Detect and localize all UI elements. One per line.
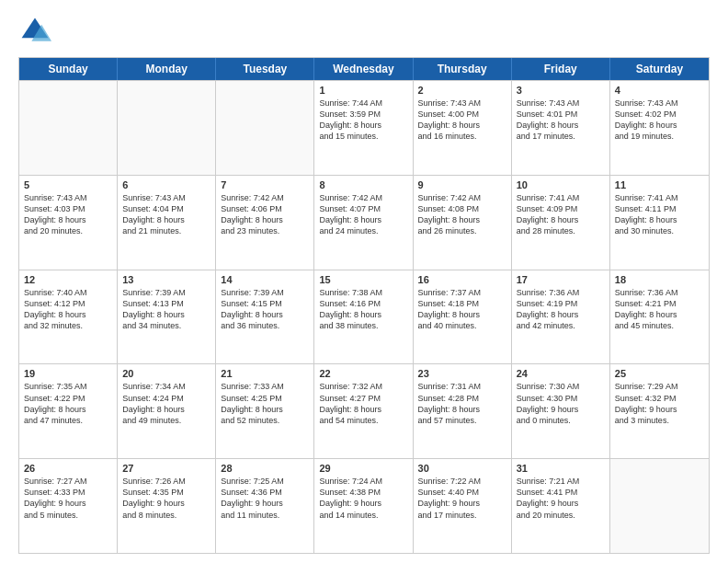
calendar-day-28: 28Sunrise: 7:25 AM Sunset: 4:36 PM Dayli… bbox=[216, 459, 314, 553]
calendar-day-9: 9Sunrise: 7:42 AM Sunset: 4:08 PM Daylig… bbox=[414, 176, 512, 270]
calendar-day-13: 13Sunrise: 7:39 AM Sunset: 4:13 PM Dayli… bbox=[118, 270, 216, 364]
day-number: 14 bbox=[221, 274, 309, 285]
header-day-tuesday: Tuesday bbox=[216, 58, 314, 80]
day-number: 12 bbox=[24, 274, 112, 285]
day-number: 13 bbox=[122, 274, 210, 285]
day-info: Sunrise: 7:25 AM Sunset: 4:36 PM Dayligh… bbox=[221, 476, 309, 521]
calendar-day-6: 6Sunrise: 7:43 AM Sunset: 4:04 PM Daylig… bbox=[118, 176, 216, 270]
day-number: 26 bbox=[24, 463, 112, 474]
logo-icon bbox=[18, 15, 51, 48]
calendar-day-20: 20Sunrise: 7:34 AM Sunset: 4:24 PM Dayli… bbox=[118, 364, 216, 458]
calendar-day-26: 26Sunrise: 7:27 AM Sunset: 4:33 PM Dayli… bbox=[19, 459, 118, 553]
day-number: 6 bbox=[122, 179, 210, 190]
day-number: 8 bbox=[319, 179, 407, 190]
day-number: 18 bbox=[615, 274, 704, 285]
calendar-day-19: 19Sunrise: 7:35 AM Sunset: 4:22 PM Dayli… bbox=[19, 364, 118, 458]
calendar-day-7: 7Sunrise: 7:42 AM Sunset: 4:06 PM Daylig… bbox=[216, 176, 314, 270]
day-number: 17 bbox=[517, 274, 605, 285]
day-number: 16 bbox=[418, 274, 506, 285]
day-number: 3 bbox=[517, 85, 605, 96]
day-number: 27 bbox=[122, 463, 210, 474]
logo bbox=[18, 15, 55, 48]
day-info: Sunrise: 7:42 AM Sunset: 4:07 PM Dayligh… bbox=[319, 192, 407, 237]
day-number: 30 bbox=[418, 463, 506, 474]
day-number: 1 bbox=[319, 85, 407, 96]
header-day-thursday: Thursday bbox=[414, 58, 512, 80]
day-info: Sunrise: 7:24 AM Sunset: 4:38 PM Dayligh… bbox=[319, 476, 407, 521]
day-info: Sunrise: 7:39 AM Sunset: 4:15 PM Dayligh… bbox=[221, 287, 309, 332]
calendar-day-29: 29Sunrise: 7:24 AM Sunset: 4:38 PM Dayli… bbox=[314, 459, 413, 553]
day-info: Sunrise: 7:31 AM Sunset: 4:28 PM Dayligh… bbox=[418, 381, 506, 426]
day-info: Sunrise: 7:41 AM Sunset: 4:09 PM Dayligh… bbox=[517, 192, 605, 237]
day-info: Sunrise: 7:22 AM Sunset: 4:40 PM Dayligh… bbox=[418, 476, 506, 521]
day-number: 23 bbox=[418, 368, 506, 379]
calendar-day-empty bbox=[118, 81, 216, 175]
calendar-day-15: 15Sunrise: 7:38 AM Sunset: 4:16 PM Dayli… bbox=[314, 270, 413, 364]
calendar-day-27: 27Sunrise: 7:26 AM Sunset: 4:35 PM Dayli… bbox=[118, 459, 216, 553]
day-number: 15 bbox=[319, 274, 407, 285]
day-number: 11 bbox=[615, 179, 704, 190]
day-number: 24 bbox=[517, 368, 605, 379]
calendar-day-10: 10Sunrise: 7:41 AM Sunset: 4:09 PM Dayli… bbox=[512, 176, 610, 270]
day-info: Sunrise: 7:43 AM Sunset: 4:02 PM Dayligh… bbox=[615, 98, 704, 143]
day-number: 2 bbox=[418, 85, 506, 96]
calendar-row-4: 19Sunrise: 7:35 AM Sunset: 4:22 PM Dayli… bbox=[19, 363, 709, 458]
calendar-day-18: 18Sunrise: 7:36 AM Sunset: 4:21 PM Dayli… bbox=[610, 270, 709, 364]
calendar-day-1: 1Sunrise: 7:44 AM Sunset: 3:59 PM Daylig… bbox=[314, 81, 413, 175]
calendar-day-17: 17Sunrise: 7:36 AM Sunset: 4:19 PM Dayli… bbox=[512, 270, 610, 364]
day-info: Sunrise: 7:36 AM Sunset: 4:19 PM Dayligh… bbox=[517, 287, 605, 332]
calendar-day-empty bbox=[216, 81, 314, 175]
day-info: Sunrise: 7:43 AM Sunset: 4:04 PM Dayligh… bbox=[122, 192, 210, 237]
calendar-day-21: 21Sunrise: 7:33 AM Sunset: 4:25 PM Dayli… bbox=[216, 364, 314, 458]
day-info: Sunrise: 7:33 AM Sunset: 4:25 PM Dayligh… bbox=[221, 381, 309, 426]
day-info: Sunrise: 7:36 AM Sunset: 4:21 PM Dayligh… bbox=[615, 287, 704, 332]
day-info: Sunrise: 7:26 AM Sunset: 4:35 PM Dayligh… bbox=[122, 476, 210, 521]
day-info: Sunrise: 7:42 AM Sunset: 4:06 PM Dayligh… bbox=[221, 192, 309, 237]
calendar-day-empty bbox=[610, 459, 709, 553]
day-number: 22 bbox=[319, 368, 407, 379]
calendar-day-30: 30Sunrise: 7:22 AM Sunset: 4:40 PM Dayli… bbox=[414, 459, 512, 553]
calendar: SundayMondayTuesdayWednesdayThursdayFrid… bbox=[18, 57, 710, 554]
calendar-day-3: 3Sunrise: 7:43 AM Sunset: 4:01 PM Daylig… bbox=[512, 81, 610, 175]
day-info: Sunrise: 7:40 AM Sunset: 4:12 PM Dayligh… bbox=[24, 287, 112, 332]
calendar-row-1: 1Sunrise: 7:44 AM Sunset: 3:59 PM Daylig… bbox=[19, 80, 709, 175]
day-number: 21 bbox=[221, 368, 309, 379]
day-number: 10 bbox=[517, 179, 605, 190]
day-info: Sunrise: 7:27 AM Sunset: 4:33 PM Dayligh… bbox=[24, 476, 112, 521]
calendar-day-5: 5Sunrise: 7:43 AM Sunset: 4:03 PM Daylig… bbox=[19, 176, 118, 270]
calendar-row-3: 12Sunrise: 7:40 AM Sunset: 4:12 PM Dayli… bbox=[19, 270, 709, 364]
calendar-day-16: 16Sunrise: 7:37 AM Sunset: 4:18 PM Dayli… bbox=[414, 270, 512, 364]
calendar-row-2: 5Sunrise: 7:43 AM Sunset: 4:03 PM Daylig… bbox=[19, 175, 709, 270]
calendar-header: SundayMondayTuesdayWednesdayThursdayFrid… bbox=[19, 58, 709, 80]
header-day-monday: Monday bbox=[118, 58, 216, 80]
day-number: 29 bbox=[319, 463, 407, 474]
calendar-row-5: 26Sunrise: 7:27 AM Sunset: 4:33 PM Dayli… bbox=[19, 458, 709, 553]
day-info: Sunrise: 7:29 AM Sunset: 4:32 PM Dayligh… bbox=[615, 381, 704, 426]
day-info: Sunrise: 7:38 AM Sunset: 4:16 PM Dayligh… bbox=[319, 287, 407, 332]
day-number: 5 bbox=[24, 179, 112, 190]
day-info: Sunrise: 7:44 AM Sunset: 3:59 PM Dayligh… bbox=[319, 98, 407, 143]
day-info: Sunrise: 7:43 AM Sunset: 4:00 PM Dayligh… bbox=[418, 98, 506, 143]
calendar-day-14: 14Sunrise: 7:39 AM Sunset: 4:15 PM Dayli… bbox=[216, 270, 314, 364]
calendar-day-31: 31Sunrise: 7:21 AM Sunset: 4:41 PM Dayli… bbox=[512, 459, 610, 553]
header-day-wednesday: Wednesday bbox=[314, 58, 413, 80]
day-info: Sunrise: 7:34 AM Sunset: 4:24 PM Dayligh… bbox=[122, 381, 210, 426]
header-day-friday: Friday bbox=[512, 58, 610, 80]
day-number: 4 bbox=[615, 85, 704, 96]
calendar-day-22: 22Sunrise: 7:32 AM Sunset: 4:27 PM Dayli… bbox=[314, 364, 413, 458]
calendar-day-2: 2Sunrise: 7:43 AM Sunset: 4:00 PM Daylig… bbox=[414, 81, 512, 175]
calendar-day-23: 23Sunrise: 7:31 AM Sunset: 4:28 PM Dayli… bbox=[414, 364, 512, 458]
calendar-day-8: 8Sunrise: 7:42 AM Sunset: 4:07 PM Daylig… bbox=[314, 176, 413, 270]
calendar-day-empty bbox=[19, 81, 118, 175]
calendar-day-11: 11Sunrise: 7:41 AM Sunset: 4:11 PM Dayli… bbox=[610, 176, 709, 270]
day-info: Sunrise: 7:41 AM Sunset: 4:11 PM Dayligh… bbox=[615, 192, 704, 237]
day-number: 9 bbox=[418, 179, 506, 190]
day-number: 25 bbox=[615, 368, 704, 379]
calendar-body: 1Sunrise: 7:44 AM Sunset: 3:59 PM Daylig… bbox=[19, 80, 709, 553]
day-number: 19 bbox=[24, 368, 112, 379]
day-info: Sunrise: 7:43 AM Sunset: 4:01 PM Dayligh… bbox=[517, 98, 605, 143]
day-number: 28 bbox=[221, 463, 309, 474]
day-info: Sunrise: 7:42 AM Sunset: 4:08 PM Dayligh… bbox=[418, 192, 506, 237]
day-info: Sunrise: 7:30 AM Sunset: 4:30 PM Dayligh… bbox=[517, 381, 605, 426]
day-info: Sunrise: 7:43 AM Sunset: 4:03 PM Dayligh… bbox=[24, 192, 112, 237]
